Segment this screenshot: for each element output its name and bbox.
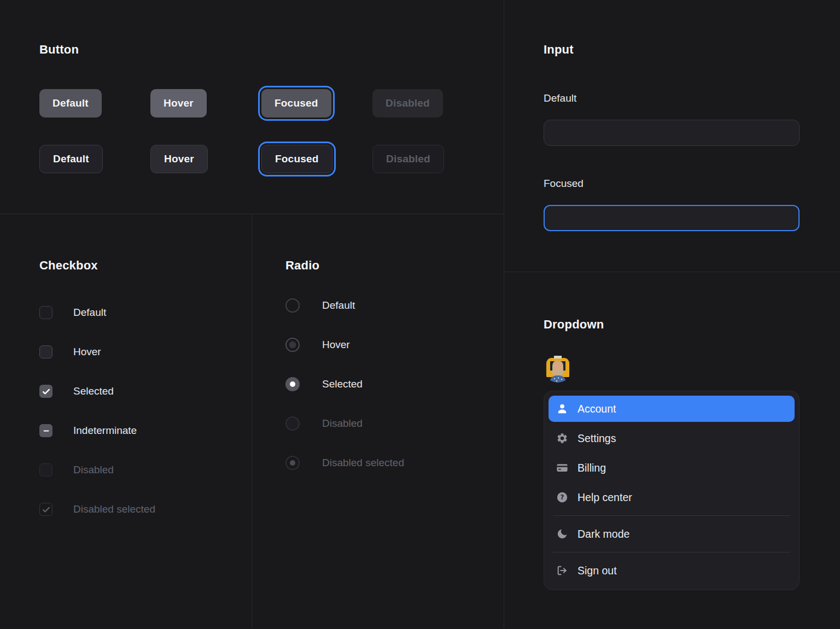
radio-label: Hover — [322, 339, 350, 351]
menu-item-sign-out[interactable]: Sign out — [549, 556, 795, 585]
credit-card-icon — [556, 462, 568, 474]
menu-item-account[interactable]: Account — [549, 396, 795, 422]
component-gallery: Button DefaultHoverFocusedDisabledDefaul… — [0, 0, 840, 629]
radio-default[interactable] — [285, 298, 300, 313]
user-icon — [556, 403, 568, 415]
radio-section-title: Radio — [285, 258, 504, 273]
radio-row-selected: Selected — [285, 377, 504, 391]
input-section: Input DefaultFocused — [504, 0, 840, 272]
button-solid-disabled: Disabled — [372, 89, 443, 117]
checkbox-row-hover: Hover — [39, 345, 252, 358]
menu-item-help-center[interactable]: ?Help center — [549, 483, 795, 512]
checkbox-hover[interactable] — [39, 345, 52, 358]
checkbox-row-disabled-selected: Disabled selected — [39, 503, 252, 516]
text-input-focused[interactable] — [544, 205, 800, 231]
checkbox-label: Indeterminate — [73, 425, 137, 437]
radio-row-disabled-selected: Disabled selected — [285, 456, 504, 470]
radio-selected[interactable] — [285, 377, 300, 391]
button-solid-default[interactable]: Default — [39, 89, 102, 117]
checkbox-row-default: Default — [39, 306, 252, 319]
menu-divider — [553, 552, 790, 552]
radio-label: Disabled selected — [322, 457, 404, 469]
input-field-default: Default — [544, 92, 840, 146]
menu-item-label: Dark mode — [578, 528, 629, 540]
checkbox-section: Checkbox DefaultHoverSelectedIndetermina… — [0, 214, 252, 629]
menu-item-billing[interactable]: Billing — [549, 453, 795, 483]
checkbox-row-selected: Selected — [39, 385, 252, 398]
button-ghost-hover[interactable]: Hover — [150, 145, 208, 173]
button-ghost-focused[interactable]: Focused — [261, 145, 332, 173]
menu-item-label: Sign out — [578, 565, 617, 577]
dropdown-section: Dropdown AccountSettingsBilling?Help cen… — [504, 272, 840, 629]
input-field-label: Focused — [544, 177, 840, 190]
menu-item-label: Settings — [578, 432, 616, 445]
menu-item-label: Help center — [578, 491, 632, 504]
radio-row-hover: Hover — [285, 338, 504, 352]
radio-list: DefaultHoverSelectedDisabledDisabled sel… — [285, 298, 504, 470]
button-section-title: Button — [39, 43, 504, 57]
radio-hover[interactable] — [285, 338, 300, 352]
button-row-ghost: DefaultHoverFocusedDisabled — [39, 145, 504, 173]
dropdown-section-title: Dropdown — [544, 318, 840, 332]
button-solid-focused[interactable]: Focused — [261, 89, 331, 117]
input-section-title: Input — [544, 43, 840, 57]
dropdown-menu: AccountSettingsBilling?Help centerDark m… — [544, 391, 800, 590]
button-ghost-default[interactable]: Default — [39, 145, 103, 173]
checkbox-selected[interactable] — [39, 385, 52, 398]
radio-section: Radio DefaultHoverSelectedDisabledDisabl… — [252, 214, 504, 629]
checkbox-list: DefaultHoverSelectedIndeterminateDisable… — [39, 306, 252, 516]
menu-item-dark-mode[interactable]: Dark mode — [549, 519, 795, 549]
button-rows: DefaultHoverFocusedDisabledDefaultHoverF… — [39, 89, 504, 173]
user-avatar[interactable] — [544, 354, 572, 383]
button-ghost-disabled: Disabled — [372, 145, 444, 173]
input-field-label: Default — [544, 92, 840, 105]
sign-out-icon — [556, 565, 568, 577]
checkbox-indeterminate[interactable] — [39, 424, 52, 437]
checkbox-row-indeterminate: Indeterminate — [39, 424, 252, 437]
svg-text:?: ? — [561, 493, 564, 501]
checkbox-label: Selected — [73, 385, 114, 397]
radio-label: Disabled — [322, 418, 363, 430]
checkbox-label: Disabled selected — [73, 503, 155, 515]
help-circle-icon: ? — [556, 491, 568, 503]
gear-icon — [556, 432, 568, 444]
button-section: Button DefaultHoverFocusedDisabledDefaul… — [0, 0, 504, 214]
radio-disabled — [285, 416, 300, 431]
menu-item-label: Billing — [578, 462, 606, 474]
input-fields: DefaultFocused — [544, 92, 840, 231]
input-field-focused: Focused — [544, 177, 840, 231]
checkbox-row-disabled: Disabled — [39, 463, 252, 477]
radio-row-disabled: Disabled — [285, 416, 504, 431]
text-input-default[interactable] — [544, 120, 800, 146]
radio-label: Default — [322, 299, 355, 311]
button-row-solid: DefaultHoverFocusedDisabled — [39, 89, 504, 117]
checkbox-label: Disabled — [73, 464, 114, 476]
checkbox-label: Hover — [73, 346, 101, 358]
menu-item-settings[interactable]: Settings — [549, 424, 795, 453]
checkbox-default[interactable] — [39, 306, 52, 319]
checkbox-disabled — [39, 463, 52, 477]
moon-icon — [556, 528, 568, 540]
user-avatar-image — [544, 354, 572, 383]
checkbox-section-title: Checkbox — [39, 258, 252, 273]
checkbox-label: Default — [73, 307, 106, 319]
radio-disabled-selected — [285, 456, 300, 470]
button-solid-hover[interactable]: Hover — [150, 89, 207, 117]
menu-divider — [553, 515, 790, 516]
radio-label: Selected — [322, 378, 363, 390]
menu-item-label: Account — [578, 403, 616, 415]
checkbox-disabled-selected — [39, 503, 52, 516]
radio-row-default: Default — [285, 298, 504, 313]
